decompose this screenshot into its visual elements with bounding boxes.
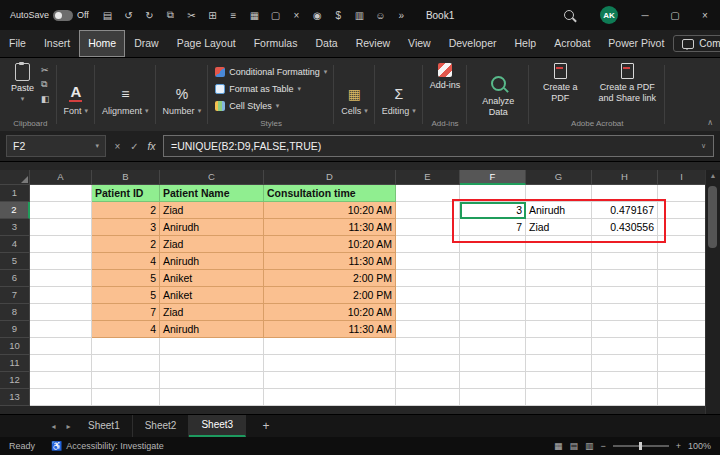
cell-A13[interactable] — [30, 389, 92, 406]
ribbon-tab-data[interactable]: Data — [306, 30, 346, 57]
cell-H7[interactable] — [592, 287, 658, 304]
scrollbar-thumb[interactable] — [708, 186, 717, 248]
cell-D7[interactable]: 2:00 PM — [264, 287, 396, 304]
scroll-up-icon[interactable]: ▲ — [706, 170, 720, 182]
select-all-button[interactable] — [0, 170, 30, 185]
ribbon-tab-view[interactable]: View — [399, 30, 440, 57]
ribbon-tab-review[interactable]: Review — [347, 30, 399, 57]
cell-I2[interactable] — [658, 202, 706, 219]
sheet-nav-right-icon[interactable]: ▸ — [61, 422, 76, 431]
cell-F6[interactable] — [460, 270, 526, 287]
table-icon[interactable]: ▦ — [248, 10, 261, 21]
cell-D11[interactable] — [264, 355, 396, 372]
comments-button[interactable]: Comments — [673, 35, 720, 52]
more-commands-icon[interactable]: » — [395, 10, 408, 21]
insert-function-icon[interactable]: fx — [143, 140, 160, 152]
cell-I9[interactable] — [658, 321, 706, 338]
cell-C2[interactable]: Ziad — [160, 202, 264, 219]
add-user-icon[interactable]: ☺ — [374, 10, 387, 21]
collapse-ribbon-icon[interactable]: ∧ — [707, 118, 713, 127]
cell-B1[interactable]: Patient ID — [92, 185, 160, 202]
cell-B5[interactable]: 4 — [92, 253, 160, 270]
redo-icon[interactable]: ↻ — [143, 10, 156, 21]
clipboard-icon[interactable]: ⧉ — [164, 9, 177, 21]
cell-C3[interactable]: Anirudh — [160, 219, 264, 236]
cut-icon[interactable]: ✂ — [185, 10, 198, 21]
minimize-button[interactable]: ─ — [630, 0, 660, 30]
column-header-H[interactable]: H — [592, 170, 658, 185]
cell-F9[interactable] — [460, 321, 526, 338]
cell-D9[interactable]: 11:30 AM — [264, 321, 396, 338]
row-header-4[interactable]: 4 — [0, 236, 30, 253]
cell-H5[interactable] — [592, 253, 658, 270]
sort-icon[interactable]: ≡ — [227, 10, 240, 21]
cell-C5[interactable]: Anirudh — [160, 253, 264, 270]
cell-F3[interactable]: 7 — [460, 219, 526, 236]
cell-H9[interactable] — [592, 321, 658, 338]
ribbon-tab-page-layout[interactable]: Page Layout — [168, 30, 245, 57]
cell-A5[interactable] — [30, 253, 92, 270]
cell-H10[interactable] — [592, 338, 658, 355]
ribbon-tab-acrobat[interactable]: Acrobat — [545, 30, 599, 57]
row-header-8[interactable]: 8 — [0, 304, 30, 321]
cell-F5[interactable] — [460, 253, 526, 270]
cell-C12[interactable] — [160, 372, 264, 389]
close-button[interactable]: × — [690, 0, 720, 30]
cell-B11[interactable] — [92, 355, 160, 372]
cell-F8[interactable] — [460, 304, 526, 321]
cell-G12[interactable] — [526, 372, 592, 389]
cell-E4[interactable] — [396, 236, 460, 253]
cell-H2[interactable]: 0.479167 — [592, 202, 658, 219]
ribbon-tab-home[interactable]: Home — [79, 30, 125, 57]
row-header-10[interactable]: 10 — [0, 338, 30, 355]
alignment-group[interactable]: ≡ Alignment ▾ — [95, 58, 156, 131]
cell-I1[interactable] — [658, 185, 706, 202]
cell-I7[interactable] — [658, 287, 706, 304]
cell-C11[interactable] — [160, 355, 264, 372]
cell-E12[interactable] — [396, 372, 460, 389]
cell-G11[interactable] — [526, 355, 592, 372]
cell-I11[interactable] — [658, 355, 706, 372]
cell-E11[interactable] — [396, 355, 460, 372]
ribbon-tab-power-pivot[interactable]: Power Pivot — [599, 30, 673, 57]
cell-A12[interactable] — [30, 372, 92, 389]
cell-styles-button[interactable]: Cell Styles ▾ — [215, 97, 279, 114]
row-header-6[interactable]: 6 — [0, 270, 30, 287]
cell-A8[interactable] — [30, 304, 92, 321]
cell-I5[interactable] — [658, 253, 706, 270]
cell-H13[interactable] — [592, 389, 658, 406]
cell-G2[interactable]: Anirudh — [526, 202, 592, 219]
cell-E2[interactable] — [396, 202, 460, 219]
conditional-formatting-button[interactable]: Conditional Formatting ▾ — [215, 63, 327, 80]
ribbon-tab-formulas[interactable]: Formulas — [245, 30, 307, 57]
row-header-1[interactable]: 1 — [0, 185, 30, 202]
column-header-G[interactable]: G — [526, 170, 592, 185]
cell-D10[interactable] — [264, 338, 396, 355]
column-header-E[interactable]: E — [396, 170, 460, 185]
zoom-out-icon[interactable]: − — [600, 441, 605, 451]
currency-icon[interactable]: $ — [332, 10, 345, 21]
cell-C6[interactable]: Aniket — [160, 270, 264, 287]
new-sheet-button[interactable]: + — [258, 419, 274, 433]
cell-I8[interactable] — [658, 304, 706, 321]
row-header-9[interactable]: 9 — [0, 321, 30, 338]
cell-F1[interactable] — [460, 185, 526, 202]
cell-C7[interactable]: Aniket — [160, 287, 264, 304]
cell-B9[interactable]: 4 — [92, 321, 160, 338]
autosave-control[interactable]: AutoSave Off — [10, 10, 89, 21]
cell-D1[interactable]: Consultation time — [264, 185, 396, 202]
cell-B13[interactable] — [92, 389, 160, 406]
format-painter-icon[interactable]: ◧ — [41, 94, 50, 104]
sheet-tab-sheet3[interactable]: Sheet3 — [189, 415, 246, 437]
zoom-level[interactable]: 100% — [688, 441, 711, 451]
cell-A4[interactable] — [30, 236, 92, 253]
cancel-icon[interactable]: × — [109, 141, 126, 152]
cell-F4[interactable] — [460, 236, 526, 253]
accessibility-status[interactable]: ♿ Accessibility: Investigate — [51, 441, 164, 451]
cell-C8[interactable]: Ziad — [160, 304, 264, 321]
cell-E9[interactable] — [396, 321, 460, 338]
row-header-5[interactable]: 5 — [0, 253, 30, 270]
sheet-tab-sheet2[interactable]: Sheet2 — [133, 415, 190, 437]
cell-C1[interactable]: Patient Name — [160, 185, 264, 202]
cell-B2[interactable]: 2 — [92, 202, 160, 219]
